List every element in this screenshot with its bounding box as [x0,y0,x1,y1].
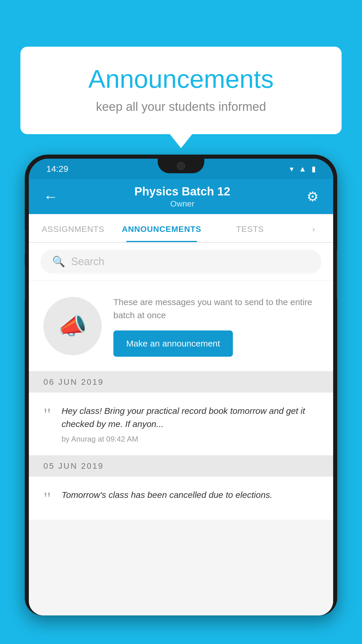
promo-section: 📣 These are messages you want to send to… [29,281,333,372]
app-header: ← Physics Batch 12 Owner ⚙ [29,179,333,214]
announcement-text-2: Tomorrow's class has been cancelled due … [61,488,319,501]
announcement-text-1: Hey class! Bring your practical record b… [61,404,319,444]
quote-icon-1: " [43,405,51,424]
signal-icon: ▲ [299,164,306,174]
promo-right: These are messages you want to send to t… [113,295,319,357]
power-button [337,251,337,298]
speech-bubble-container: Announcements keep all your students inf… [20,47,342,134]
settings-icon[interactable]: ⚙ [307,189,319,204]
search-placeholder: Search [71,256,104,268]
phone-notch [158,159,204,173]
tab-more[interactable]: › [294,214,333,242]
battery-icon: ▮ [312,164,316,174]
phone-mockup: 14:29 ▾ ▲ ▮ ← Physics Batch 12 Owner ⚙ [25,155,337,644]
date-divider-2: 05 JUN 2019 [29,456,333,477]
announcement-message-1: Hey class! Bring your practical record b… [61,404,319,430]
phone-outer: 14:29 ▾ ▲ ▮ ← Physics Batch 12 Owner ⚙ [25,155,337,615]
megaphone-icon: 📣 [58,312,87,340]
phone-screen: 14:29 ▾ ▲ ▮ ← Physics Batch 12 Owner ⚙ [29,159,333,615]
wifi-icon: ▾ [290,164,294,174]
status-time: 14:29 [46,164,68,174]
megaphone-circle: 📣 [43,297,102,355]
tab-tests[interactable]: TESTS [206,214,294,242]
screen-content: 🔍 Search 📣 These are messages you want t… [29,243,333,615]
tab-assignments[interactable]: ASSIGNMENTS [29,214,117,242]
promo-description: These are messages you want to send to t… [113,295,319,322]
make-announcement-button[interactable]: Make an announcement [113,330,233,357]
search-bar[interactable]: 🔍 Search [29,243,333,281]
search-icon: 🔍 [52,256,65,268]
search-input-wrapper[interactable]: 🔍 Search [41,250,321,274]
status-icons: ▾ ▲ ▮ [290,164,316,174]
date-divider-1: 06 JUN 2019 [29,372,333,393]
announcement-item-2[interactable]: " Tomorrow's class has been cancelled du… [29,477,333,520]
bubble-title: Announcements [44,64,318,94]
announcement-message-2: Tomorrow's class has been cancelled due … [61,488,319,501]
bubble-subtitle: keep all your students informed [44,100,318,114]
tabs-bar: ASSIGNMENTS ANNOUNCEMENTS TESTS › [29,214,333,243]
batch-title: Physics Batch 12 [134,185,230,198]
back-button[interactable]: ← [43,188,58,205]
status-bar: 14:29 ▾ ▲ ▮ [29,159,333,179]
batch-role: Owner [134,199,230,209]
announcement-meta-1: by Anurag at 09:42 AM [61,435,319,444]
header-center: Physics Batch 12 Owner [134,185,230,209]
front-camera [177,162,185,170]
announcement-item-1[interactable]: " Hey class! Bring your practical record… [29,393,333,456]
volume-down-button [25,265,25,300]
speech-bubble: Announcements keep all your students inf… [20,47,342,134]
quote-icon-2: " [43,489,51,508]
volume-up-button [25,230,25,254]
tab-announcements[interactable]: ANNOUNCEMENTS [117,214,206,242]
